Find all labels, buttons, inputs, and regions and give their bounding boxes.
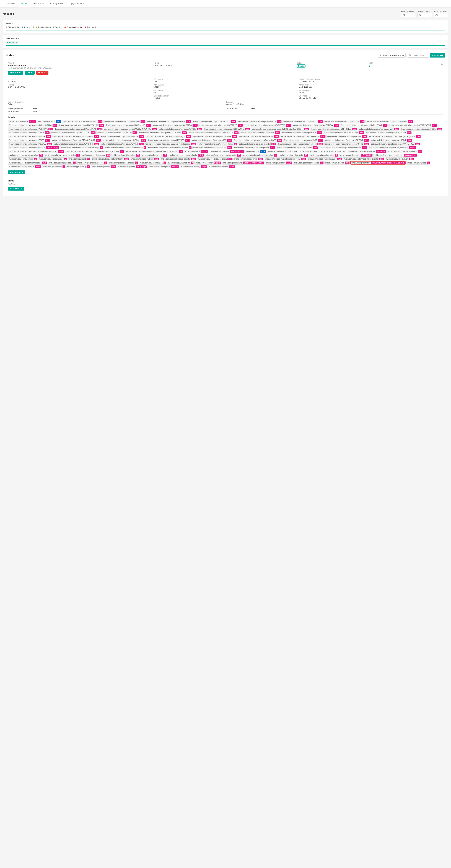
search-box[interactable]: 🔍 Search Nodes xyxy=(407,53,428,58)
add-node-button[interactable]: ADD NODE xyxy=(430,53,445,58)
label-key: feature.node.kubernetes.io/pci-10de.pres… xyxy=(233,146,270,149)
label-value: 1 xyxy=(87,165,90,168)
label-key: nvidia.com/gpu.deploy.node-status-export… xyxy=(343,158,380,160)
nav-resources[interactable]: Resources xyxy=(31,0,48,7)
label-key: feature.node.kubernetes.io/cpu-model.id xyxy=(238,143,271,145)
label-tag: nvidia.com/cuda.driver.major550 xyxy=(81,154,111,157)
label-key: nvidia.com/gpu.deploy.dcgm xyxy=(130,158,154,160)
label-key: nvidia.com/gpu.deploy.device-plugin xyxy=(197,158,228,160)
label-tag: nvidia.com/gpu.presenttrue xyxy=(324,161,350,164)
pods-button[interactable]: PODS xyxy=(25,71,35,74)
label-tag: nvidia.com/gpu.multiprocessors16 xyxy=(293,161,324,164)
nav-configuration[interactable]: Configuration xyxy=(48,0,67,7)
label-value: 12 xyxy=(304,154,308,157)
label-tag: feature.node.kubernetes.io/cpu-cpuid.SER… xyxy=(279,135,325,138)
label-value: true xyxy=(362,135,367,138)
os-image-detail: OS Image Ubuntu 22.04.4 LTS xyxy=(299,95,443,99)
label-value: true xyxy=(432,124,437,127)
add-taints-button[interactable]: ADD TAINTS xyxy=(8,187,24,191)
label-key: feature.node.kubernetes.io/kernel-versio… xyxy=(147,146,189,149)
gpu-detail xyxy=(8,89,152,93)
label-tag: feature.node.kubernetes.io/cpu-cpuid.MOV… xyxy=(52,135,99,138)
memory-detail: Memory (GiB) 1842.57 xyxy=(154,84,298,88)
label-tag: feature.node.kubernetes.io/cpu-cpuid.CLD… xyxy=(203,127,250,130)
label-value: 550 xyxy=(106,154,111,157)
conditions: MemoryPressure False DiskPressure False … xyxy=(8,107,443,112)
label-value: true xyxy=(231,120,236,123)
label-value: 22.04 xyxy=(58,150,64,153)
collapse-btn[interactable]: ∧ xyxy=(440,62,443,65)
label-tag: nvidia.com/cuda.driver-version.full550.5… xyxy=(347,150,386,153)
container-runtime-value: containerd://1.7.13 xyxy=(299,80,443,83)
label-tag: nvidia.com/gpu.deploy.gpu-feature-discov… xyxy=(264,157,306,160)
label-tag: nvidia.com/gpu.slices.cl1 xyxy=(42,165,65,168)
filter-health-select[interactable]: All ▾ xyxy=(401,13,415,17)
label-value: 1 xyxy=(104,161,107,164)
label-tag: feature.node.kubernetes.io/cpu-cpuid.FXS… xyxy=(51,131,96,134)
k8s-dot-icon: ● xyxy=(7,41,8,43)
label-key: feature.node.kubernetes.io/cpu-cpuid.AVX… xyxy=(365,120,408,123)
label-tag: feature.node.kubernetes.io/cpu-cpuid.CMP… xyxy=(310,127,357,130)
label-tag: feature.node.kubernetes.io/system-os_rel… xyxy=(65,150,124,153)
label-key: feature.node.kubernetes.io/cpu-cpuid.FXS… xyxy=(8,131,45,134)
label-key: feature.node.kubernetes.io/cpu-cpuid.AMX… xyxy=(237,120,277,123)
label-key: nvidia.com/gpu.deploy.gpu-feature-discov… xyxy=(264,158,301,160)
label-tag: feature.node.kubernetes.io/cpu-cpuid.FXS… xyxy=(8,131,50,134)
node-roles-section: Role(s) CONTROL-PLANE xyxy=(151,62,297,67)
health-icon: ▲ xyxy=(368,64,440,68)
label-key: feature.node.kubernetes.io/cpu-cpuid.SER… xyxy=(280,135,321,138)
nav-upgrade-jobs[interactable]: Upgrade Jobs xyxy=(67,0,87,7)
label-tag: feature.node.kubernetes.io/cpu-cpuid.VPC… xyxy=(233,139,282,142)
filter-status-select[interactable]: All ▾ xyxy=(418,13,432,17)
rejected-dot xyxy=(85,27,86,28)
delete-button[interactable]: DELETE xyxy=(36,71,49,74)
label-key: kubernetes.io/arch xyxy=(184,150,201,153)
overview-button[interactable]: OVERVIEW xyxy=(8,71,23,74)
label-value: single xyxy=(201,165,207,168)
ready-count: 1 xyxy=(61,26,62,28)
nav-nodes[interactable]: Nodes xyxy=(18,0,31,7)
label-tag: nvidia.com/gpu.productNVIDIA-H100-80GB-H… xyxy=(350,161,405,164)
filter-version-select[interactable]: All ▾ xyxy=(434,13,448,17)
discovered-dot xyxy=(6,27,7,28)
label-value: true xyxy=(182,131,186,134)
label-value: Intel xyxy=(318,143,323,145)
provision-failed-label: Provision Failed xyxy=(67,26,81,28)
status-badge-ready: Ready 1 xyxy=(53,26,62,28)
label-value: true xyxy=(317,131,322,134)
label-value: 54 xyxy=(136,154,140,157)
k8s-version-count: 1 xyxy=(16,41,17,43)
label-value: true xyxy=(186,135,191,138)
label-value: 1 xyxy=(73,161,76,164)
nav-overview[interactable]: Overview xyxy=(3,0,18,7)
label-key: nvidia.com/gpu.engines.copy xyxy=(48,161,73,164)
labels-container: beta.kubernetes.io/archamd64beta.kuberne… xyxy=(8,120,443,168)
label-tag: nvidia.com/gpu.deploy.nvsmtrue xyxy=(385,157,415,160)
label-key: nvidia.com/cuda.driver.rev xyxy=(141,154,163,157)
label-value: true xyxy=(383,124,387,127)
sort-button[interactable]: ⇅ Sort By: Host name (a-z) xyxy=(378,53,405,58)
filter-health-wrapper: Filter by Health All ▾ xyxy=(401,10,415,17)
label-tag: feature.node.kubernetes.io/cpu-cpuid.AVX… xyxy=(324,120,365,123)
roles-detail: Role(s) CONTROL-PLANE xyxy=(8,84,152,88)
search-icon: 🔍 xyxy=(409,54,412,57)
label-value: true xyxy=(47,143,52,145)
label-tag: nvidia.com/mps.capablefalse xyxy=(208,165,235,168)
label-tag: nvidia.com/gpu.deploy.dcgm-exportertrue xyxy=(160,157,196,160)
edit-labels-button[interactable]: EDIT LABELS xyxy=(8,170,25,174)
node-id-label: Node ID xyxy=(8,62,151,64)
label-value: 1 xyxy=(427,161,430,164)
label-tag: nvidia.com/cuda.runtime-version.full12.4 xyxy=(168,154,204,157)
label-key: feature.node.kubernetes.io/cpu-cpuid.FSR… xyxy=(400,128,437,130)
cpu-value: 208 xyxy=(154,80,298,83)
label-key: feature.node.kubernetes.io/cpu-cpuid.IA3… xyxy=(188,131,234,134)
rejected-label: Rejected xyxy=(87,26,94,28)
node-details: Internal IP 10.0.0.24 CPU (cores) 208 Co… xyxy=(8,79,443,99)
label-key: nvidia.com/gpu.sharing-strategy xyxy=(8,165,35,168)
label-tag: feature.node.kubernetes.io/cpu-cpuid.MOV… xyxy=(100,135,144,138)
label-key: feature.node.kubernetes.io/cpu-hardware_… xyxy=(145,143,191,145)
label-tag: feature.node.kubernetes.io/cpu-cpuid.SHA… xyxy=(326,135,367,138)
label-value: true xyxy=(146,124,151,127)
label-value: true xyxy=(139,135,144,138)
label-key: feature.node.kubernetes.io/cpu-cpuid.AVX… xyxy=(8,128,49,130)
